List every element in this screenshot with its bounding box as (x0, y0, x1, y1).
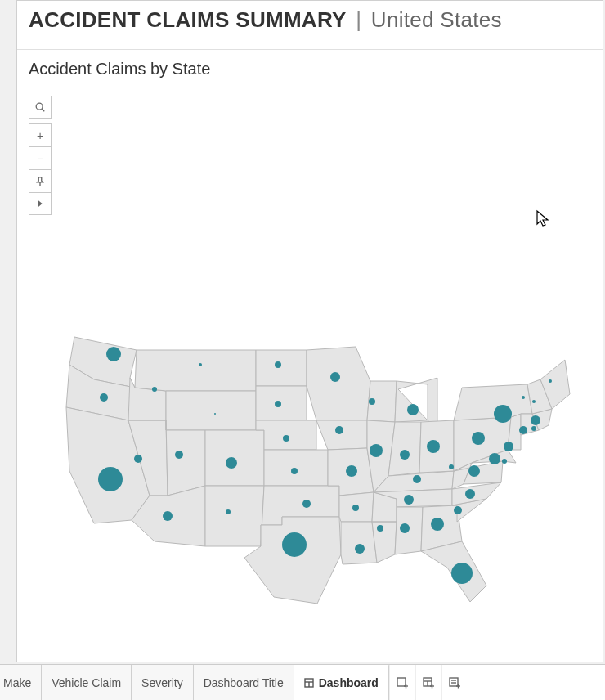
map-viewport[interactable] (29, 79, 591, 643)
state-bubble-wy[interactable] (214, 413, 216, 415)
state-bubble-ks[interactable] (291, 468, 298, 474)
state-bubble-me[interactable] (549, 379, 552, 383)
state-bubble-mo[interactable] (346, 465, 357, 477)
state-bubble-vt[interactable] (522, 396, 525, 399)
tab-label: Make (3, 676, 31, 689)
title-region: United States (371, 7, 502, 32)
grid-icon (304, 678, 314, 688)
title-main: ACCIDENT CLAIMS SUMMARY (29, 7, 347, 32)
state-bubble-fl[interactable] (451, 563, 473, 584)
map-controls: + − (29, 96, 52, 220)
cursor-icon (536, 209, 550, 227)
search-icon (34, 101, 46, 113)
state-bubble-mt[interactable] (199, 363, 202, 366)
tab-severity[interactable]: Severity (132, 665, 194, 700)
state-bubble-or[interactable] (100, 393, 108, 402)
tab-label: Severity (141, 676, 183, 689)
tab-vehicle-claim[interactable]: Vehicle Claim (42, 665, 132, 700)
state-bubble-nh[interactable] (532, 400, 536, 403)
tab-dashboard[interactable]: Dashboard (294, 665, 389, 700)
state-bubble-ma[interactable] (531, 415, 540, 425)
state-bubble-mn[interactable] (330, 372, 340, 382)
state-bubble-sd[interactable] (275, 401, 281, 407)
tab-actions (389, 665, 468, 700)
state-bubble-wi[interactable] (369, 398, 375, 405)
state-bubble-ar[interactable] (352, 505, 359, 511)
state-bubble-ri[interactable] (531, 426, 536, 431)
state-bubble-tn[interactable] (404, 495, 414, 505)
state-bubble-ok[interactable] (302, 500, 311, 508)
state-bubble-md[interactable] (489, 453, 500, 464)
dashboard-main: ACCIDENT CLAIMS SUMMARY | United States … (16, 0, 603, 662)
state-bubble-al[interactable] (400, 523, 410, 533)
new-dashboard-icon (422, 676, 435, 689)
state-bubble-ms[interactable] (377, 525, 383, 532)
state-bubble-wa[interactable] (106, 347, 121, 361)
new-story-icon (448, 676, 461, 689)
svg-rect-5 (397, 678, 406, 686)
map-zoom-out-button[interactable]: − (29, 146, 52, 169)
state-bubble-il[interactable] (370, 444, 383, 457)
new-sheet-icon (396, 676, 409, 689)
triangle-right-icon (34, 198, 46, 209)
state-bubble-ky[interactable] (413, 475, 421, 483)
new-dashboard-button[interactable] (415, 665, 441, 701)
state-bubble-in[interactable] (400, 450, 410, 460)
state-bubble-ne[interactable] (283, 435, 289, 442)
tab-label: Dashboard Title (204, 676, 284, 689)
panel-title: Accident Claims by State (29, 60, 591, 79)
state-bubble-id[interactable] (152, 387, 157, 392)
map-pin-button[interactable] (29, 169, 52, 192)
new-worksheet-button[interactable] (389, 665, 415, 701)
state-bubble-nd[interactable] (275, 361, 281, 368)
map-more-button[interactable] (29, 192, 52, 215)
state-bubble-ny[interactable] (494, 405, 512, 423)
svg-point-0 (36, 103, 43, 110)
state-bubble-sc[interactable] (454, 506, 462, 514)
state-bubble-ca[interactable] (98, 467, 123, 491)
map-search-button[interactable] (29, 96, 52, 119)
state-bubble-va[interactable] (468, 465, 480, 477)
state-bubble-pa[interactable] (472, 432, 485, 445)
tab-dashboard-title[interactable]: Dashboard Title (194, 665, 294, 700)
state-bubble-mi[interactable] (407, 404, 419, 415)
state-bubble-la[interactable] (355, 544, 365, 554)
pin-icon (34, 176, 46, 187)
tab-make[interactable]: Make (0, 665, 42, 700)
state-bubble-nc[interactable] (465, 489, 475, 499)
svg-line-1 (42, 109, 44, 111)
state-bubble-ct[interactable] (519, 426, 527, 434)
title-separator: | (352, 7, 365, 32)
state-bubble-co[interactable] (226, 457, 237, 469)
state-bubble-nm[interactable] (226, 509, 231, 514)
tab-label: Vehicle Claim (52, 676, 121, 689)
us-map (45, 307, 593, 651)
new-story-button[interactable] (441, 665, 468, 701)
state-bubble-tx[interactable] (282, 532, 307, 557)
state-bubble-ga[interactable] (431, 518, 444, 531)
state-bubble-oh[interactable] (427, 440, 440, 453)
state-bubble-ia[interactable] (335, 426, 343, 434)
tab-label: Dashboard (319, 676, 379, 689)
state-bubble-nv[interactable] (134, 455, 142, 463)
state-bubble-de[interactable] (502, 459, 507, 464)
map-panel: Accident Claims by State + − (17, 49, 603, 643)
svg-rect-13 (450, 678, 458, 686)
map-zoom-in-button[interactable]: + (29, 123, 52, 146)
page-title: ACCIDENT CLAIMS SUMMARY | United States (17, 1, 603, 38)
worksheet-tabstrip: MakeVehicle ClaimSeverityDashboard Title… (0, 664, 605, 700)
state-bubble-az[interactable] (163, 511, 173, 521)
state-bubble-nj[interactable] (504, 442, 513, 451)
state-bubble-ut[interactable] (175, 451, 183, 459)
state-bubble-wv[interactable] (449, 464, 454, 469)
